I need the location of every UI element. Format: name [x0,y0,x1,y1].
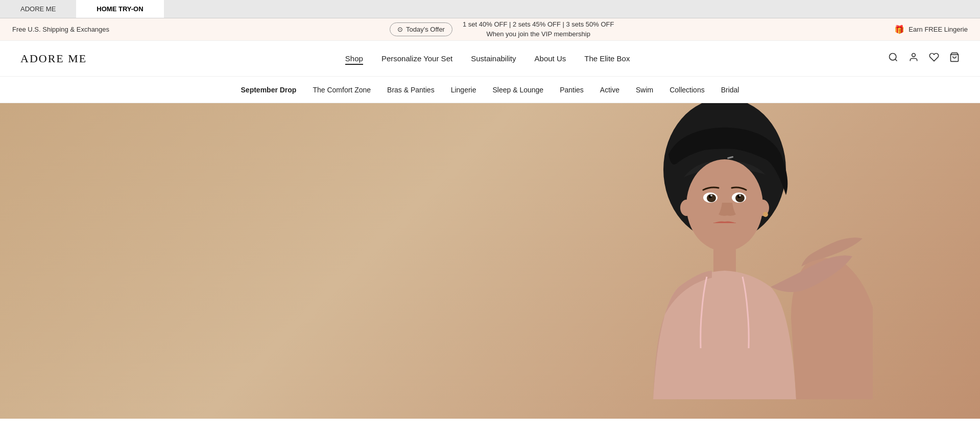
svg-point-2 [912,54,916,57]
offer-icon: ⊙ [397,26,403,33]
hero-section [0,103,980,419]
nav-item-elite-box[interactable]: The Elite Box [584,54,630,63]
svg-point-0 [890,54,896,60]
nav-links: Shop Personalize Your Set Sustainability… [345,54,630,63]
account-icon[interactable] [909,52,919,65]
tab-adore-me[interactable]: ADORE ME [0,0,76,18]
category-active[interactable]: Active [600,86,619,94]
promo-center: ⊙ Today's Offer 1 set 40% OFF | 2 sets 4… [390,20,614,38]
tab-home-try-on[interactable]: HOME TRY-ON [76,0,163,18]
category-september-drop[interactable]: September Drop [241,86,297,94]
nav-item-about[interactable]: About Us [535,54,566,63]
promo-text: 1 set 40% OFF | 2 sets 45% OFF | 3 sets … [463,20,614,38]
gift-icon: 🎁 [894,25,904,34]
category-bras-panties[interactable]: Bras & Panties [387,86,435,94]
category-nav: September Drop The Comfort Zone Bras & P… [0,77,980,103]
svg-point-9 [763,212,768,217]
promo-bar: Free U.S. Shipping & Exchanges ⊙ Today's… [0,18,980,41]
svg-point-7 [680,200,692,216]
brand-logo[interactable]: ADORE ME [20,52,87,65]
top-banner: ADORE ME HOME TRY-ON [0,0,980,18]
shipping-text: Free U.S. Shipping & Exchanges [12,26,109,33]
wishlist-icon[interactable] [929,52,939,65]
main-nav: ADORE ME Shop Personalize Your Set Susta… [0,41,980,77]
search-icon[interactable] [888,52,898,65]
category-swim[interactable]: Swim [636,86,653,94]
category-bridal[interactable]: Bridal [721,86,739,94]
nav-item-personalize[interactable]: Personalize Your Set [381,54,452,63]
nav-item-shop[interactable]: Shop [345,54,363,63]
cart-icon[interactable] [949,52,960,65]
category-sleep-lounge[interactable]: Sleep & Lounge [492,86,543,94]
category-comfort-zone[interactable]: The Comfort Zone [313,86,371,94]
category-collections[interactable]: Collections [670,86,704,94]
category-panties[interactable]: Panties [560,86,584,94]
nav-icons [888,52,960,65]
svg-point-17 [739,195,741,197]
svg-line-1 [895,59,897,61]
hero-figure [571,103,878,419]
svg-point-16 [710,195,712,197]
nav-item-sustainability[interactable]: Sustainability [471,54,516,63]
earn-lingerie-text: 🎁 Earn FREE Lingerie [894,25,968,34]
todays-offer-button[interactable]: ⊙ Today's Offer [390,22,452,36]
hero-model-image [577,103,873,419]
category-lingerie[interactable]: Lingerie [451,86,476,94]
